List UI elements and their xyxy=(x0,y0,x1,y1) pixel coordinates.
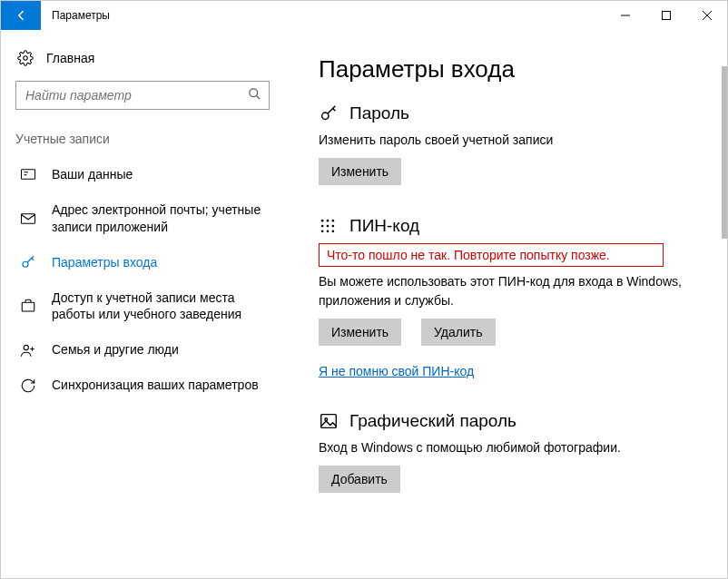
pin-heading: ПИН-код xyxy=(319,216,713,236)
svg-rect-2 xyxy=(662,12,670,20)
sidebar-item-label: Ваши данные xyxy=(52,166,133,183)
pin-title: ПИН-код xyxy=(349,216,419,236)
sidebar-item-email[interactable]: Адрес электронной почты; учетные записи … xyxy=(15,192,277,245)
image-icon xyxy=(319,411,339,431)
pin-change-button[interactable]: Изменить xyxy=(319,319,401,346)
window-title: Параметры xyxy=(41,1,110,30)
page-title: Параметры входа xyxy=(319,55,713,83)
svg-point-28 xyxy=(321,231,324,233)
search-box[interactable] xyxy=(15,81,270,110)
picture-password-add-button[interactable]: Добавить xyxy=(319,466,400,493)
password-desc: Изменить пароль своей учетной записи xyxy=(319,131,713,149)
keypad-icon xyxy=(319,217,339,235)
svg-point-22 xyxy=(321,220,324,222)
sidebar-item-label: Параметры входа xyxy=(52,254,157,271)
svg-line-21 xyxy=(333,109,336,112)
id-card-icon xyxy=(19,166,37,182)
briefcase-icon xyxy=(19,298,37,314)
back-button[interactable] xyxy=(1,1,41,30)
people-icon xyxy=(19,342,37,358)
forgot-pin-link[interactable]: Я не помню свой ПИН-код xyxy=(319,364,474,378)
sidebar-item-sync[interactable]: Синхронизация ваших параметров xyxy=(15,368,277,403)
sidebar-item-sign-in-options[interactable]: Параметры входа xyxy=(15,245,277,280)
pin-remove-button[interactable]: Удалить xyxy=(421,319,495,346)
window-controls xyxy=(605,1,727,30)
svg-rect-15 xyxy=(22,303,34,312)
close-button[interactable] xyxy=(686,1,727,30)
sidebar-section-label: Учетные записи xyxy=(15,132,277,146)
home-nav[interactable]: Главная xyxy=(15,46,277,81)
svg-rect-11 xyxy=(22,214,35,224)
home-label: Главная xyxy=(46,51,94,65)
pin-desc: Вы можете использовать этот ПИН-код для … xyxy=(319,272,700,309)
minimize-button[interactable] xyxy=(605,1,645,30)
svg-rect-31 xyxy=(321,415,337,428)
mail-icon xyxy=(19,211,37,227)
svg-point-23 xyxy=(327,220,330,222)
sidebar-item-label: Адрес электронной почты; учетные записи … xyxy=(52,201,273,236)
svg-point-5 xyxy=(24,56,28,61)
picture-password-title: Графический пароль xyxy=(349,411,516,431)
titlebar: Параметры xyxy=(1,1,727,30)
pin-error-message: Что-то пошло не так. Повторите попытку п… xyxy=(319,243,664,267)
search-input[interactable] xyxy=(24,87,248,103)
svg-point-6 xyxy=(250,89,258,97)
svg-rect-8 xyxy=(22,170,35,180)
svg-point-26 xyxy=(327,225,330,228)
picture-password-desc: Вход в Windows с помощью любимой фотогра… xyxy=(319,438,713,456)
svg-line-14 xyxy=(32,259,34,260)
sidebar-item-label: Семья и другие люди xyxy=(52,341,179,358)
key-icon xyxy=(19,254,37,270)
password-change-button[interactable]: Изменить xyxy=(319,158,401,185)
svg-line-7 xyxy=(256,95,260,99)
gear-icon xyxy=(17,50,34,66)
main-content: Параметры входа Пароль Изменить пароль с… xyxy=(291,30,727,579)
sidebar-nav-list: Ваши данные Адрес электронной почты; уче… xyxy=(15,157,277,403)
svg-point-27 xyxy=(332,225,335,228)
sidebar-item-label: Синхронизация ваших параметров xyxy=(52,377,259,394)
svg-point-25 xyxy=(321,225,324,228)
svg-point-30 xyxy=(332,231,335,233)
picture-password-heading: Графический пароль xyxy=(319,411,713,431)
sidebar-item-label: Доступ к учетной записи места работы или… xyxy=(52,290,273,324)
svg-point-24 xyxy=(332,220,335,222)
sidebar: Главная Учетные записи xyxy=(1,30,291,579)
maximize-button[interactable] xyxy=(645,1,686,30)
svg-point-29 xyxy=(327,231,330,233)
svg-point-12 xyxy=(23,261,28,267)
sidebar-item-family[interactable]: Семья и другие люди xyxy=(15,332,277,368)
search-icon xyxy=(248,87,261,103)
svg-point-19 xyxy=(322,113,329,119)
password-heading: Пароль xyxy=(319,103,713,123)
back-arrow-icon xyxy=(13,7,29,24)
vertical-scrollbar[interactable] xyxy=(722,66,727,239)
sidebar-item-your-info[interactable]: Ваши данные xyxy=(15,157,277,192)
svg-point-16 xyxy=(24,345,28,349)
sync-icon xyxy=(19,378,37,394)
key-icon xyxy=(319,103,339,123)
password-title: Пароль xyxy=(349,103,409,123)
settings-window: Параметры Главная xyxy=(0,0,728,579)
sidebar-item-work-access[interactable]: Доступ к учетной записи места работы или… xyxy=(15,280,277,333)
